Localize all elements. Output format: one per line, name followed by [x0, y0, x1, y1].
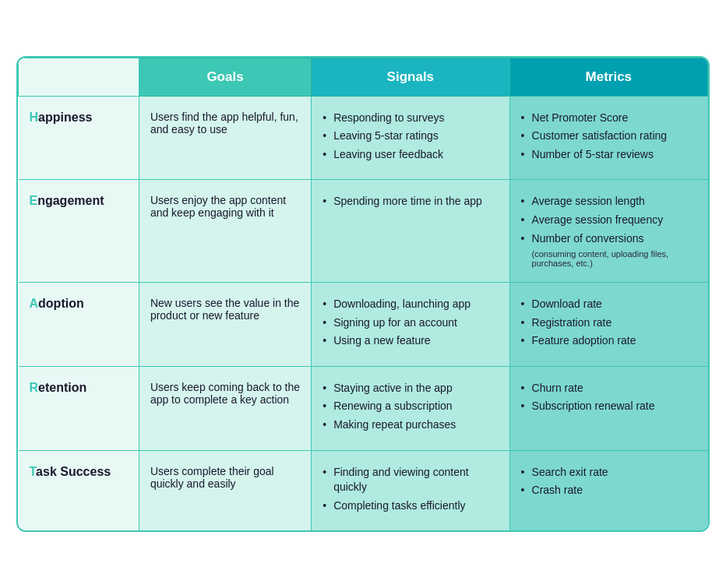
- metric-item: Average session length: [521, 194, 697, 209]
- col-header-goals: Goals: [139, 58, 311, 96]
- goals-cell-3: Users keep coming back to the app to com…: [139, 366, 311, 450]
- metric-item: Subscription renewal rate: [521, 399, 697, 414]
- metrics-cell-2: Download rateRegistration rateFeature ad…: [509, 283, 707, 367]
- signal-item: Downloading, launching app: [322, 297, 498, 312]
- signal-item: Spending more time in the app: [322, 194, 498, 209]
- signals-cell-1: Spending more time in the app: [312, 180, 509, 283]
- row-label-4: Task Success: [19, 450, 139, 530]
- metrics-cell-3: Churn rateSubscription renewal rate: [509, 366, 707, 450]
- metric-item: Number of conversions: [521, 231, 697, 247]
- signal-item: Leaving user feedback: [322, 147, 498, 163]
- label-highlight: T: [30, 465, 37, 478]
- metric-item: Registration rate: [521, 315, 697, 331]
- signals-cell-2: Downloading, launching appSigning up for…: [312, 283, 509, 367]
- label-highlight: A: [30, 297, 39, 310]
- signal-item: Responding to surveys: [322, 111, 498, 126]
- row-label-2: Adoption: [19, 283, 139, 367]
- goals-cell-1: Users enjoy the app content and keep eng…: [139, 180, 311, 283]
- signal-item: Using a new feature: [322, 333, 498, 349]
- metric-item: Net Promoter Score: [521, 111, 697, 126]
- row-label-3: Retention: [19, 366, 139, 450]
- col-header-signals: Signals: [312, 58, 509, 96]
- metrics-cell-1: Average session lengthAverage session fr…: [509, 180, 707, 283]
- signals-cell-0: Responding to surveysLeaving 5-star rati…: [312, 96, 509, 180]
- signal-item: Making repeat purchases: [322, 417, 498, 433]
- metric-item: Crash rate: [521, 483, 697, 498]
- row-label-1: Engagement: [19, 180, 139, 283]
- metric-item: Feature adoption rate: [521, 333, 697, 349]
- metric-subnote: (consuming content, uploading files, pur…: [521, 249, 697, 268]
- label-highlight: H: [30, 111, 39, 124]
- goals-cell-2: New users see the value in the product o…: [139, 283, 311, 367]
- label-highlight: E: [30, 194, 38, 207]
- metric-item: Number of 5-star reviews: [521, 147, 697, 163]
- signals-cell-3: Staying active in the appRenewing a subs…: [312, 366, 509, 450]
- label-highlight: R: [30, 381, 39, 394]
- signal-item: Renewing a subscription: [322, 399, 498, 414]
- metric-item: Churn rate: [521, 381, 697, 396]
- col-header-metrics: Metrics: [509, 58, 707, 96]
- metrics-cell-0: Net Promoter ScoreCustomer satisfaction …: [509, 96, 707, 180]
- metric-item: Average session frequency: [521, 213, 697, 228]
- metric-item: Download rate: [521, 297, 697, 312]
- goals-cell-0: Users find the app helpful, fun, and eas…: [139, 96, 311, 180]
- signal-item: Finding and viewing content quickly: [322, 465, 498, 495]
- signal-item: Completing tasks efficiently: [322, 498, 498, 514]
- heart-framework-table: Goals Signals Metrics HappinessUsers fin…: [16, 56, 710, 533]
- metric-item: Customer satisfaction rating: [521, 129, 697, 144]
- goals-cell-4: Users complete their goal quickly and ea…: [139, 450, 311, 530]
- metrics-cell-4: Search exit rateCrash rate: [509, 450, 707, 530]
- signal-item: Signing up for an account: [322, 315, 498, 331]
- signals-cell-4: Finding and viewing content quicklyCompl…: [312, 450, 509, 530]
- col-header-empty: [19, 58, 139, 96]
- row-label-0: Happiness: [19, 96, 139, 180]
- metric-item: Search exit rate: [521, 465, 697, 481]
- signal-item: Leaving 5-star ratings: [322, 129, 498, 144]
- signal-item: Staying active in the app: [322, 381, 498, 396]
